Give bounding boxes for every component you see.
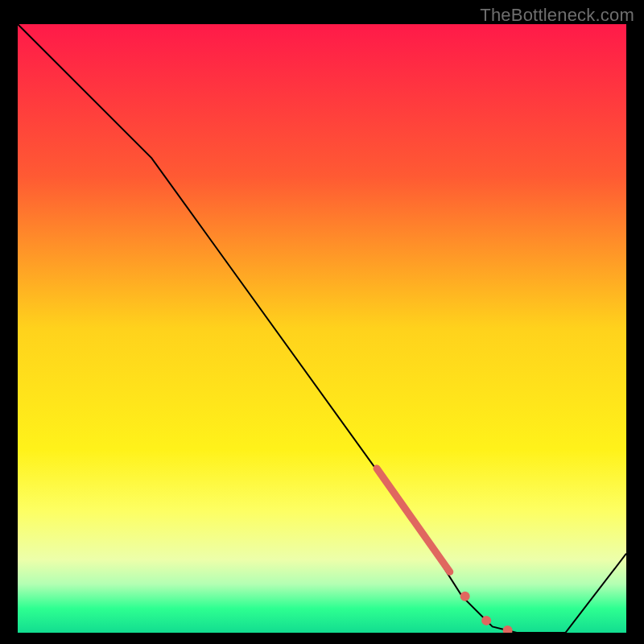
chart-canvas (18, 24, 626, 633)
emphasis-dot (481, 616, 491, 625)
emphasis-dot (460, 592, 470, 601)
watermark-text: TheBottleneck.com (480, 5, 634, 26)
